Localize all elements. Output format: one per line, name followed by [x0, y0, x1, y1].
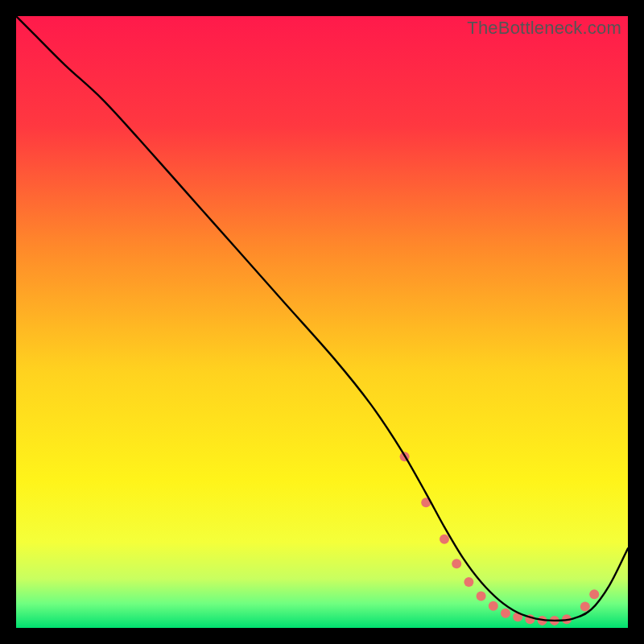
bottleneck-chart	[16, 16, 628, 628]
marker-dot	[440, 535, 449, 544]
marker-dot	[477, 591, 486, 601]
marker-dot	[501, 609, 510, 618]
gradient-background	[16, 16, 628, 628]
marker-dot	[580, 601, 590, 611]
marker-dot	[464, 577, 473, 587]
marker-dot	[589, 589, 599, 599]
marker-dot	[452, 559, 461, 568]
marker-dot	[489, 601, 498, 611]
watermark-label: TheBottleneck.com	[467, 18, 621, 39]
chart-frame: TheBottleneck.com	[16, 16, 628, 628]
